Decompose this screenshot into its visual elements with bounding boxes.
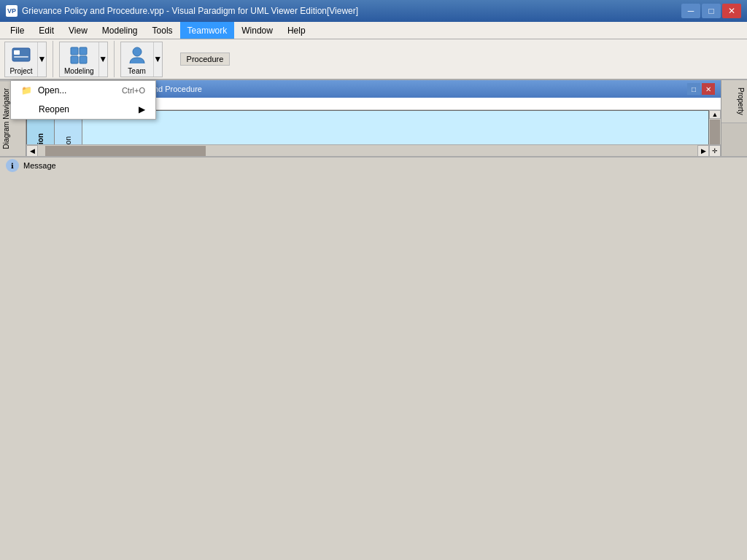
reopen-label: Reopen: [39, 104, 69, 114]
dropdown-menu: 📁 Open... Ctrl+O Reopen ▶: [10, 80, 156, 120]
open-icon: 📁: [21, 85, 32, 96]
menu-reopen[interactable]: Reopen ▶: [11, 100, 155, 119]
open-label: Open...: [38, 85, 66, 96]
reopen-arrow: ▶: [139, 104, 145, 114]
open-shortcut: Ctrl+O: [122, 86, 145, 95]
menu-open[interactable]: 📁 Open... Ctrl+O: [11, 81, 155, 100]
